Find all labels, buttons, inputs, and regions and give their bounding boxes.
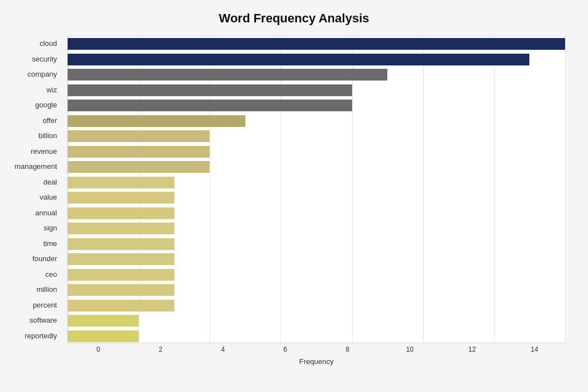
bar xyxy=(68,284,174,296)
y-label: ceo xyxy=(6,267,61,282)
bar xyxy=(68,146,210,158)
bar-row xyxy=(68,238,565,250)
chart-area: cloudsecuritycompanywizgoogleofferbillio… xyxy=(67,36,566,366)
y-label: value xyxy=(6,190,61,205)
y-label: deal xyxy=(6,174,61,190)
bar xyxy=(68,54,529,65)
bar xyxy=(68,161,210,173)
x-tick-labels: 02468101214 xyxy=(67,346,566,353)
bar xyxy=(68,192,174,204)
grid-line xyxy=(565,36,566,343)
x-axis: 02468101214 Frequency xyxy=(67,343,566,366)
x-tick-value: 0 xyxy=(67,346,130,353)
bar xyxy=(68,130,210,142)
x-tick-value: 14 xyxy=(504,346,566,353)
chart-title: Word Frequency Analysis xyxy=(22,11,566,26)
y-label: management xyxy=(6,159,61,174)
bar xyxy=(68,330,139,342)
bar-row xyxy=(68,223,565,234)
grid-line xyxy=(139,36,139,343)
y-label: cloud xyxy=(6,36,61,51)
bar-row xyxy=(68,38,565,50)
bar-row xyxy=(68,330,565,342)
bar-row xyxy=(68,269,565,281)
bar xyxy=(68,38,565,50)
y-label: reportedly xyxy=(6,328,61,344)
y-label: sign xyxy=(6,220,61,236)
bar-row xyxy=(68,161,565,173)
bar-row xyxy=(68,84,565,96)
y-label: annual xyxy=(6,205,61,221)
chart-container: Word Frequency Analysis cloudsecuritycom… xyxy=(0,0,588,392)
grid-line xyxy=(68,36,68,343)
y-label: security xyxy=(6,51,61,67)
grid-line xyxy=(352,36,353,343)
bar xyxy=(68,207,174,219)
x-tick-value: 12 xyxy=(441,346,504,353)
bar xyxy=(68,315,139,327)
y-label: billion xyxy=(6,128,61,144)
y-label: million xyxy=(6,282,61,297)
x-tick-value: 10 xyxy=(379,346,442,353)
grid-line xyxy=(281,36,281,343)
bar xyxy=(68,223,174,234)
bar-row xyxy=(68,130,565,142)
y-label: percent xyxy=(6,297,61,313)
x-tick-value: 2 xyxy=(130,346,192,353)
bar-row xyxy=(68,146,565,158)
y-axis-labels: cloudsecuritycompanywizgoogleofferbillio… xyxy=(6,36,61,343)
x-tick-value: 6 xyxy=(254,346,317,353)
bar-row xyxy=(68,315,565,327)
bar xyxy=(68,300,174,311)
bar xyxy=(68,84,352,96)
y-label: google xyxy=(6,97,61,113)
bars-area xyxy=(67,36,566,343)
grid-line xyxy=(494,36,495,343)
bar-row xyxy=(68,300,565,311)
bar-row xyxy=(68,69,565,81)
bar xyxy=(68,177,174,188)
bar-row xyxy=(68,54,565,65)
y-label: wiz xyxy=(6,82,61,98)
bar-row xyxy=(68,177,565,188)
y-label: offer xyxy=(6,113,61,129)
bar-row xyxy=(68,192,565,204)
y-label: company xyxy=(6,67,61,82)
bar xyxy=(68,115,245,127)
bar xyxy=(68,269,174,281)
bar xyxy=(68,69,387,81)
x-axis-title: Frequency xyxy=(67,357,566,366)
bar xyxy=(68,238,174,250)
bar-row xyxy=(68,115,565,127)
bar-row xyxy=(68,253,565,265)
bar xyxy=(68,253,174,265)
bar-row xyxy=(68,207,565,219)
x-tick-value: 4 xyxy=(192,346,254,353)
grid-line xyxy=(423,36,424,343)
bar-row xyxy=(68,100,565,111)
y-label: time xyxy=(6,236,61,252)
bar-row xyxy=(68,284,565,296)
bar xyxy=(68,100,352,111)
y-label: founder xyxy=(6,251,61,267)
x-tick-value: 8 xyxy=(316,346,379,353)
y-label: revenue xyxy=(6,144,61,159)
y-label: software xyxy=(6,313,61,328)
grid-line xyxy=(210,36,210,343)
